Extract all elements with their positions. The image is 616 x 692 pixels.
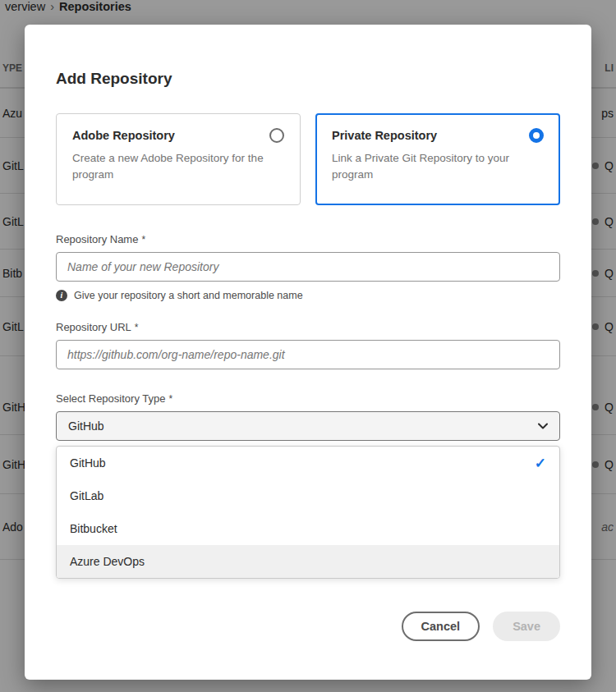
chevron-down-icon: [538, 423, 548, 429]
repository-type-label: Select Repository Type*: [56, 392, 560, 405]
card-description: Create a new Adobe Repository for the pr…: [72, 150, 284, 184]
info-icon: i: [56, 290, 67, 301]
private-repository-card[interactable]: Private Repository Link a Private Git Re…: [315, 113, 560, 205]
required-asterisk: *: [135, 322, 139, 333]
card-title: Private Repository: [332, 129, 437, 142]
save-button[interactable]: Save: [493, 612, 560, 641]
radio-unselected-icon[interactable]: [269, 128, 284, 143]
radio-selected-icon[interactable]: [529, 128, 544, 143]
option-gitlab[interactable]: GitLab: [57, 479, 559, 512]
repository-url-label: Repository URL*: [56, 321, 560, 333]
help-text: Give your repository a short and memorab…: [74, 290, 303, 301]
selected-option-value: GitHub: [68, 419, 104, 433]
cancel-button[interactable]: Cancel: [402, 612, 480, 641]
add-repository-dialog: Add Repository Adobe Repository Create a…: [25, 25, 591, 680]
option-github[interactable]: GitHub ✓: [57, 447, 559, 479]
required-asterisk: *: [168, 393, 172, 405]
required-asterisk: *: [141, 234, 145, 245]
repository-type-cards: Adobe Repository Create a new Adobe Repo…: [56, 113, 560, 205]
repository-type-select[interactable]: GitHub: [56, 411, 560, 441]
dialog-actions: Cancel Save: [56, 612, 560, 641]
repository-name-input[interactable]: [56, 252, 560, 282]
card-description: Link a Private Git Repository to your pr…: [332, 150, 544, 184]
repository-name-label: Repository Name*: [56, 233, 560, 245]
checkmark-icon: ✓: [535, 455, 546, 472]
repository-url-input[interactable]: [56, 340, 560, 369]
adobe-repository-card[interactable]: Adobe Repository Create a new Adobe Repo…: [56, 113, 301, 205]
repository-name-help: i Give your repository a short and memor…: [56, 290, 560, 301]
option-azure-devops[interactable]: Azure DevOps: [57, 545, 559, 578]
card-title: Adobe Repository: [72, 129, 175, 142]
option-bitbucket[interactable]: Bitbucket: [57, 512, 559, 545]
dialog-title: Add Repository: [56, 69, 560, 89]
repository-type-dropdown: GitHub ✓ GitLab Bitbucket Azure DevOps: [56, 446, 560, 579]
